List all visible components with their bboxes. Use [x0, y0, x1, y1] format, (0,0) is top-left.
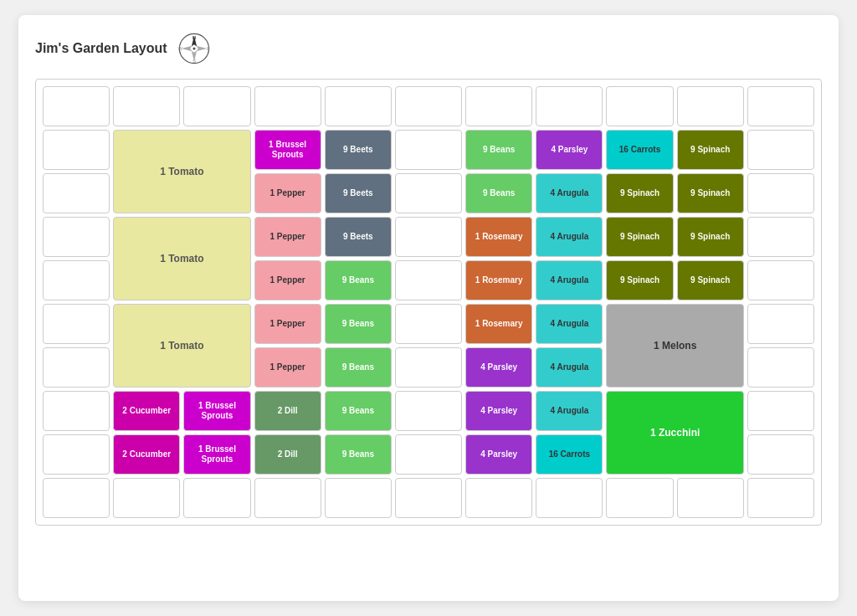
cell-r2-c11 [747, 130, 814, 170]
melons: 1 Melons [606, 304, 743, 388]
cell-r2-c6 [395, 130, 462, 170]
tomato-1: 1 Tomato [113, 130, 250, 213]
cell-r10-c5 [325, 478, 392, 518]
dill-r8-1: 2 Dill [254, 391, 321, 431]
cell-r5-c1 [43, 260, 110, 300]
cell-r10-c6 [395, 478, 462, 518]
pepper-r7: 1 Pepper [254, 347, 321, 388]
arugula-r6: 4 Arugula [536, 304, 603, 344]
cucumber-r8-1: 2 Cucumber [113, 391, 180, 431]
spinach-r5-c9: 9 Spinach [606, 260, 673, 300]
cell-r10-c2 [113, 478, 180, 518]
pepper-r6: 1 Pepper [254, 304, 321, 344]
cell-r1-c2 [113, 86, 180, 126]
tomato-3: 1 Tomato [113, 304, 250, 388]
cell-r8-c1 [43, 391, 110, 431]
cell-r6-c6 [395, 304, 462, 344]
beans-r3: 9 Beans [465, 173, 532, 213]
beans-r5: 9 Beans [325, 260, 392, 300]
brussel-r9: 1 Brussel Sprouts [183, 434, 250, 475]
arugula-r4: 4 Arugula [536, 217, 603, 257]
cell-r9-c6 [395, 434, 462, 475]
pepper-r4: 1 Pepper [254, 217, 321, 257]
arugula-r7: 4 Arugula [536, 347, 603, 388]
cell-r10-c8 [536, 478, 603, 518]
svg-marker-3 [196, 46, 207, 51]
spinach-r5-c10: 9 Spinach [677, 260, 744, 300]
cell-r5-c11 [747, 260, 814, 300]
cell-r4-c1 [43, 217, 110, 257]
cell-r1-c11 [747, 86, 814, 126]
parsley-r9: 4 Parsley [465, 434, 532, 475]
arugula-r5: 4 Arugula [536, 260, 603, 300]
cell-r10-c1 [43, 478, 110, 518]
beans-r9: 9 Beans [325, 434, 392, 475]
svg-text:S: S [192, 59, 196, 64]
pepper-r5: 1 Pepper [254, 260, 321, 300]
arugula-r3: 4 Arugula [536, 173, 603, 213]
cell-r3-c6 [395, 173, 462, 213]
rosemary-r5: 1 Rosemary [465, 260, 532, 300]
beets-r4: 9 Beets [325, 217, 392, 257]
cell-r10-c4 [254, 478, 321, 518]
cell-r1-c10 [677, 86, 744, 126]
cell-r3-c11 [747, 173, 814, 213]
cell-r1-c9 [606, 86, 673, 126]
garden-border: 1 Tomato 1 Brussel Sprouts 9 Beets 9 Bea… [35, 79, 822, 526]
rosemary-r6: 1 Rosemary [465, 304, 532, 344]
cell-r10-c3 [183, 478, 250, 518]
parsley-r7: 4 Parsley [465, 347, 532, 388]
beets-r3: 9 Beets [325, 173, 392, 213]
beans-r8: 9 Beans [325, 391, 392, 431]
svg-text:W: W [177, 46, 182, 51]
cell-r6-c1 [43, 304, 110, 344]
cell-r10-c10 [677, 478, 744, 518]
cell-r8-c6 [395, 391, 462, 431]
svg-point-9 [192, 47, 195, 49]
rosemary-r4: 1 Rosemary [465, 217, 532, 257]
cell-r9-c1 [43, 434, 110, 475]
svg-text:E: E [207, 46, 210, 51]
cell-r1-c1 [43, 86, 110, 126]
spinach-r3-c10: 9 Spinach [677, 173, 744, 213]
page: Jim's Garden Layout N S E W [18, 15, 839, 601]
svg-text:N: N [192, 35, 196, 40]
cell-r4-c6 [395, 217, 462, 257]
brussel-sprouts-1: 1 Brussel Sprouts [254, 130, 321, 170]
cell-r7-c11 [747, 347, 814, 388]
carrots-r2: 16 Carrots [606, 130, 673, 170]
cell-r7-c1 [43, 347, 110, 388]
arugula-r8: 4 Arugula [536, 391, 603, 431]
cell-r1-c5 [325, 86, 392, 126]
spinach-r3-c9: 9 Spinach [606, 173, 673, 213]
cell-r10-c9 [606, 478, 673, 518]
beans-r7: 9 Beans [325, 347, 392, 388]
spinach-r2: 9 Spinach [677, 130, 744, 170]
brussel-r8-1: 1 Brussel Sprouts [183, 391, 250, 431]
cell-r1-c8 [536, 86, 603, 126]
beans-r2: 9 Beans [465, 130, 532, 170]
page-title: Jim's Garden Layout [35, 41, 167, 56]
cell-r5-c6 [395, 260, 462, 300]
tomato-2: 1 Tomato [113, 217, 250, 300]
dill-r9: 2 Dill [254, 434, 321, 475]
cell-r3-c1 [43, 173, 110, 213]
parsley-r8: 4 Parsley [465, 391, 532, 431]
cell-r1-c7 [465, 86, 532, 126]
carrots-r9: 16 Carrots [536, 434, 603, 475]
zucchini: 1 Zucchini [606, 391, 743, 475]
spinach-r4-c10: 9 Spinach [677, 217, 744, 257]
cell-r4-c11 [747, 217, 814, 257]
svg-marker-4 [181, 46, 192, 51]
cucumber-r9: 2 Cucumber [113, 434, 180, 475]
cell-r9-c11 [747, 434, 814, 475]
cell-r10-c7 [465, 478, 532, 518]
cell-r8-c11 [747, 391, 814, 431]
cell-r2-c1 [43, 130, 110, 170]
beets-1: 9 Beets [325, 130, 392, 170]
cell-r1-c4 [254, 86, 321, 126]
pepper-r3: 1 Pepper [254, 173, 321, 213]
header: Jim's Garden Layout N S E W [35, 32, 822, 65]
cell-r1-c3 [183, 86, 250, 126]
cell-r7-c6 [395, 347, 462, 388]
